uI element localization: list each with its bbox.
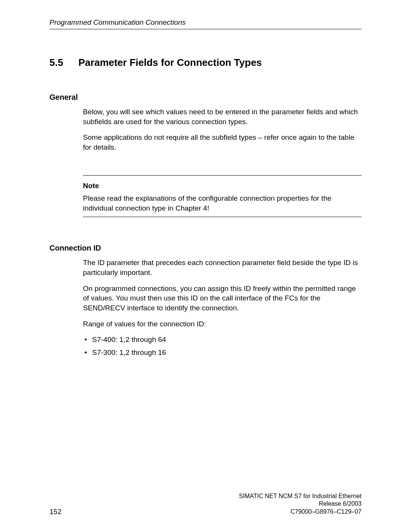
- page-content: Programmed Communication Connections 5.5…: [49, 18, 362, 517]
- paragraph: Below, you will see which values need to…: [83, 107, 362, 126]
- paragraph: Some applications do not require all the…: [83, 133, 362, 152]
- footer-doc-id: C79000–G8976–C129–07: [239, 508, 362, 516]
- footer-doc-title: SIMATIC NET NCM S7 for Industrial Ethern…: [239, 492, 362, 500]
- list-item: S7-400: 1,2 through 64: [83, 335, 362, 345]
- paragraph: On programmed connections, you can assig…: [83, 284, 362, 313]
- note-text: Please read the explanations of the conf…: [83, 193, 362, 213]
- footer-release: Release 6/2003: [239, 500, 362, 508]
- paragraph: Range of values for the connection ID:: [83, 319, 362, 329]
- list-item: S7-300: 1,2 through 16: [83, 348, 362, 358]
- page-number: 152: [49, 508, 62, 516]
- section-heading: 5.5 Parameter Fields for Connection Type…: [49, 57, 362, 69]
- paragraph: The ID parameter that precedes each conn…: [83, 258, 362, 277]
- section-title: Parameter Fields for Connection Types: [78, 57, 262, 69]
- footer-meta: SIMATIC NET NCM S7 for Industrial Ethern…: [239, 492, 362, 516]
- general-body: Below, you will see which values need to…: [83, 107, 362, 152]
- section-number: 5.5: [49, 57, 78, 69]
- bullet-list: S7-400: 1,2 through 64 S7-300: 1,2 throu…: [83, 335, 362, 357]
- running-header: Programmed Communication Connections: [49, 18, 362, 29]
- page-footer: 152 SIMATIC NET NCM S7 for Industrial Et…: [49, 492, 362, 516]
- subheading-general: General: [49, 93, 362, 102]
- subheading-connection-id: Connection ID: [49, 244, 362, 252]
- note-label: Note: [83, 181, 362, 191]
- note-box: Note Please read the explanations of the…: [83, 175, 362, 217]
- connection-id-body: The ID parameter that precedes each conn…: [83, 258, 362, 357]
